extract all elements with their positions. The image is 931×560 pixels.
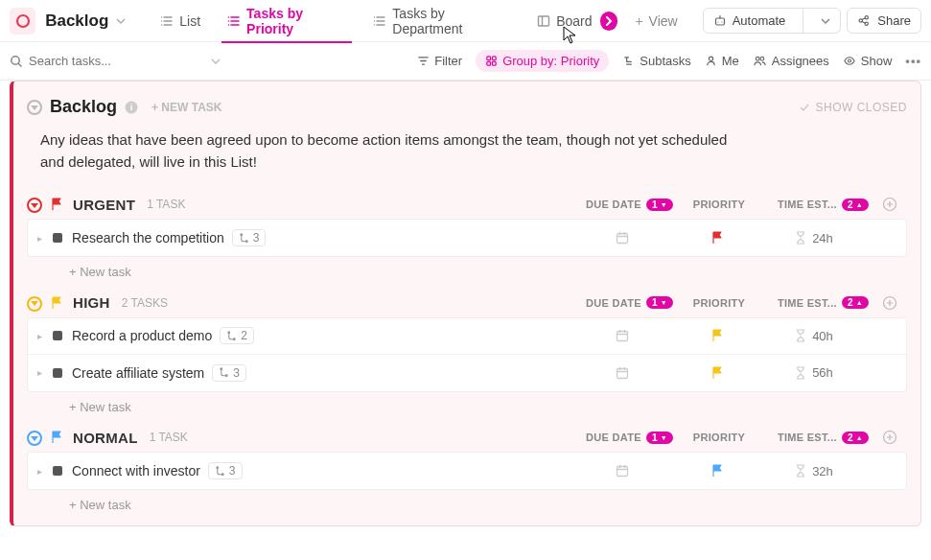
expand-task-icon[interactable]: ▸ [37, 466, 49, 477]
column-header-time-estimate[interactable]: TIME EST... 2▲ [757, 432, 873, 444]
hourglass-icon [795, 329, 806, 342]
filter-button[interactable]: Filter [417, 54, 462, 68]
cell-time-estimate[interactable]: 40h [756, 329, 872, 343]
cell-priority[interactable] [680, 328, 756, 343]
task-row[interactable]: ▸ Record a product demo 2 40h [28, 318, 906, 355]
svg-point-22 [228, 331, 230, 333]
subtask-count: 3 [229, 464, 236, 478]
sort-badge[interactable]: 1▼ [646, 296, 673, 309]
subtask-count-chip[interactable]: 3 [212, 364, 246, 382]
view-tab-tasks-by-priority[interactable]: Tasks by Priority [214, 0, 360, 42]
new-task-button[interactable]: + New task [27, 392, 907, 418]
cell-priority[interactable] [680, 365, 756, 381]
add-column-button[interactable] [873, 295, 907, 311]
task-row[interactable]: ▸ Create affiliate system 3 56h [28, 355, 906, 391]
me-button[interactable]: Me [705, 54, 739, 68]
svg-rect-8 [493, 57, 497, 60]
assignees-button[interactable]: Assignees [753, 54, 829, 68]
column-header-priority[interactable]: PRIORITY [681, 198, 757, 210]
new-task-header-button[interactable]: + NEW TASK [151, 101, 221, 114]
expand-task-icon[interactable]: ▸ [37, 367, 49, 378]
task-status-icon[interactable] [53, 331, 62, 340]
add-column-button[interactable] [873, 197, 907, 212]
page-title[interactable]: Backlog [45, 12, 108, 31]
sort-badge[interactable]: 2▲ [842, 296, 869, 309]
add-column-button[interactable] [873, 430, 907, 445]
assignees-label: Assignees [772, 54, 829, 68]
view-tab-label: Tasks by Priority [246, 6, 346, 36]
cell-due-date[interactable] [565, 328, 680, 343]
task-row[interactable]: ▸ Connect with investor 3 32h [28, 453, 906, 489]
automate-dropdown[interactable] [811, 12, 840, 31]
share-button[interactable]: Share [847, 8, 921, 34]
sort-badge[interactable]: 1▼ [646, 432, 673, 444]
new-task-button[interactable]: + New task [27, 490, 907, 516]
info-icon[interactable]: i [125, 101, 138, 114]
sort-badge[interactable]: 1▼ [646, 198, 673, 211]
task-row[interactable]: ▸ Research the competition 3 24h [28, 220, 906, 256]
search-caret-icon[interactable] [211, 57, 221, 66]
list-title[interactable]: Backlog [50, 97, 117, 117]
collapse-group-icon[interactable] [27, 197, 42, 214]
estimate-value: 56h [812, 365, 833, 380]
column-header-due-date[interactable]: DUE DATE 1▼ [566, 432, 681, 444]
column-header-due-date[interactable]: DUE DATE 1▼ [566, 198, 681, 211]
column-header-time-estimate[interactable]: TIME EST... 2▲ [757, 198, 873, 211]
group-by-button[interactable]: Group by: Priority [476, 50, 609, 72]
svg-rect-31 [617, 467, 628, 477]
subtasks-button[interactable]: Subtasks [622, 54, 690, 68]
view-tab-list[interactable]: List [147, 0, 214, 42]
cell-time-estimate[interactable]: 56h [756, 365, 872, 380]
collapse-group-icon[interactable] [27, 430, 42, 447]
cell-time-estimate[interactable]: 24h [756, 231, 872, 245]
cell-due-date[interactable] [565, 230, 680, 245]
new-task-button[interactable]: + New task [27, 257, 907, 283]
collapse-group-icon[interactable] [27, 294, 42, 312]
subtask-count-chip[interactable]: 2 [220, 327, 254, 344]
sort-badge[interactable]: 2▲ [842, 432, 869, 444]
app-logo[interactable] [10, 8, 35, 35]
task-status-icon[interactable] [53, 368, 62, 378]
search-input[interactable] [29, 54, 173, 68]
show-button[interactable]: Show [843, 54, 893, 68]
view-tab-board[interactable]: Board [524, 0, 605, 42]
more-button[interactable]: ••• [905, 54, 921, 68]
cell-due-date[interactable] [565, 463, 680, 478]
sort-badge[interactable]: 2▲ [842, 198, 869, 211]
column-header-priority[interactable]: PRIORITY [681, 432, 757, 443]
cell-priority[interactable] [680, 230, 756, 245]
view-tab-tasks-by-department[interactable]: Tasks by Department [360, 0, 524, 42]
subtask-count-chip[interactable]: 3 [208, 462, 243, 479]
expand-task-icon[interactable]: ▸ [37, 233, 49, 244]
task-name[interactable]: Record a product demo [72, 328, 212, 343]
cell-priority[interactable] [680, 463, 756, 478]
column-header-due-date[interactable]: DUE DATE 1▼ [566, 296, 681, 309]
show-closed-button[interactable]: SHOW CLOSED [799, 101, 907, 114]
search-container[interactable] [10, 54, 221, 68]
group-name[interactable]: NORMAL [73, 430, 138, 446]
task-status-icon[interactable] [53, 233, 62, 243]
cell-time-estimate[interactable]: 32h [756, 464, 872, 478]
collapse-list-icon[interactable] [27, 99, 42, 116]
subtask-count-chip[interactable]: 3 [232, 229, 267, 246]
title-dropdown-icon[interactable] [116, 16, 126, 26]
col-label: PRIORITY [693, 432, 745, 443]
show-closed-label: SHOW CLOSED [815, 101, 907, 114]
expand-task-icon[interactable]: ▸ [37, 331, 49, 341]
svg-point-3 [859, 19, 862, 22]
column-header-time-estimate[interactable]: TIME EST... 2▲ [757, 296, 873, 309]
task-rows: ▸ Record a product demo 2 40h ▸ Create a… [27, 317, 907, 392]
automate-button[interactable]: Automate [703, 8, 842, 34]
task-name[interactable]: Connect with investor [72, 463, 200, 478]
add-view-button[interactable]: + View [621, 0, 690, 42]
group-by-label: Group by: Priority [502, 54, 599, 68]
svg-rect-2 [715, 18, 724, 25]
group-name[interactable]: HIGH [73, 294, 110, 311]
task-name[interactable]: Create affiliate system [72, 365, 204, 381]
cell-due-date[interactable] [565, 365, 680, 381]
svg-rect-1 [539, 16, 549, 26]
group-name[interactable]: URGENT [73, 197, 135, 213]
task-name[interactable]: Research the competition [72, 230, 224, 245]
column-header-priority[interactable]: PRIORITY [681, 297, 757, 309]
task-status-icon[interactable] [53, 466, 62, 476]
